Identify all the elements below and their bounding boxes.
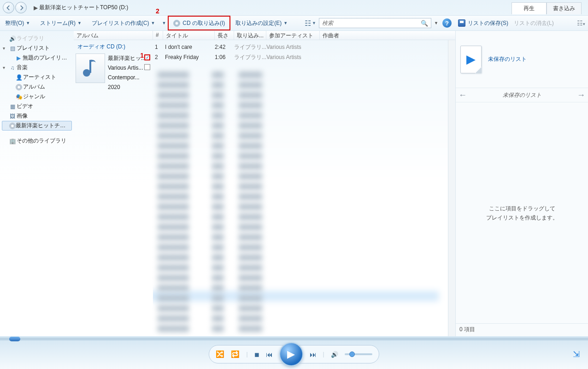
next-list-button[interactable]: → (577, 90, 585, 100)
shuffle-button[interactable]: 🔀 (216, 350, 224, 358)
search-field[interactable] (322, 20, 421, 26)
sidebar-item-genre[interactable]: 🎭ジャンル (2, 92, 72, 101)
help-button[interactable]: ? (442, 18, 452, 28)
playlist-drop-zone[interactable]: ここに項目をドラッグして プレイリストを作成します。 (456, 102, 588, 323)
cd-header: オーディオ CD (D:) (76, 42, 151, 52)
clear-list-button: リストの消去(L) (514, 19, 554, 27)
sidebar-item-video[interactable]: ▦ビデオ (2, 101, 72, 111)
metadata-edit-button[interactable] (144, 64, 150, 70)
play-button[interactable]: ▶ (279, 342, 303, 366)
select-all-checkbox[interactable]: ✓ (144, 54, 150, 60)
playlist-panel: ▶ 未保存のリスト ← 未保存のリスト → ここに項目をドラッグして プレイリス… (455, 31, 588, 336)
unsaved-list-label: 未保存のリスト (488, 55, 527, 63)
col-title[interactable]: タイトル (163, 31, 215, 40)
col-length[interactable]: 長さ (215, 31, 234, 40)
list-options-icon[interactable]: ☷▾ (577, 19, 585, 27)
tab-burn[interactable]: 書き込み (547, 2, 582, 14)
svg-rect-1 (89, 60, 91, 73)
tab-play[interactable]: 再生 (512, 2, 547, 14)
repeat-button[interactable]: 🔁 (231, 350, 240, 358)
annotation-2: 2 (156, 7, 159, 15)
stop-button[interactable]: ◼ (254, 351, 259, 358)
sidebar-item-library[interactable]: 🔊ライブラリ (2, 34, 72, 43)
track-row[interactable]: 1I don't care2:42ライブラリ...Various Artists (153, 42, 455, 52)
sidebar-item-untitled-playlist[interactable]: ▶無題のプレイリスト (2, 53, 72, 63)
col-number[interactable]: # (153, 31, 163, 40)
svg-point-0 (83, 69, 90, 77)
cd-icon (173, 20, 180, 27)
annotation-1: 1 (140, 51, 144, 60)
playlist-split-dropdown[interactable]: ▼ (160, 21, 168, 25)
view-options-icon[interactable]: ☷ (305, 19, 311, 28)
album-art-icon (76, 54, 105, 83)
volume-slider[interactable] (345, 353, 372, 355)
breadcrumb-path: 最新洋楽ヒットチャートTOP50 (D:) (39, 4, 128, 12)
create-playlist-menu[interactable]: プレイリストの作成(C)▼ (87, 16, 160, 30)
sidebar-item-album[interactable]: アルバム (2, 82, 72, 92)
sidebar-item-music[interactable]: ▾♫音楽 (2, 63, 72, 72)
scrollbar[interactable] (448, 40, 455, 336)
sidebar-item-artist[interactable]: 👤アーティスト (2, 72, 72, 82)
next-button[interactable]: ⏭ (310, 351, 317, 358)
col-artist[interactable]: 参加アーティスト (266, 31, 320, 40)
blurred-content: ████████████████████████████████████████… (153, 68, 455, 336)
prev-list-button[interactable]: ← (459, 90, 467, 100)
sidebar-item-picture[interactable]: 🖼画像 (2, 111, 72, 121)
sidebar-item-other-libraries[interactable]: 🏢その他のライブラリ (2, 136, 72, 146)
rip-settings-menu[interactable]: 取り込みの設定(E)▼ (230, 16, 293, 30)
album-metadata: 1 最新洋楽ヒッ... ✓ Various Artis... Contempor… (108, 54, 151, 92)
navigation-tree: 🔊ライブラリ ▾▤プレイリスト ▶無題のプレイリスト ▾♫音楽 👤アーティスト … (0, 31, 74, 336)
playlist-item-count: 0 項目 (456, 323, 588, 336)
playlist-file-icon: ▶ (460, 46, 482, 73)
switch-to-now-playing-button[interactable]: ⇲ (573, 349, 580, 359)
search-icon[interactable]: 🔍 (421, 20, 428, 27)
save-list-button[interactable]: リストの保存(S) (468, 19, 508, 27)
back-button[interactable] (3, 2, 14, 13)
organize-menu[interactable]: 整理(O)▼ (0, 16, 35, 30)
save-icon (458, 19, 465, 27)
album-year[interactable]: 2020 (108, 83, 151, 92)
player-bar: 🔀 🔁 | ◼ ⏮ ▶ ⏭ | 🔊 ⇲ (0, 336, 588, 369)
volume-thumb[interactable] (349, 351, 355, 357)
list-title: 未保存のリスト (467, 91, 577, 99)
forward-button[interactable] (15, 2, 27, 13)
album-genre[interactable]: Contempor... (108, 73, 151, 83)
col-rip-status[interactable]: 取り込み... (234, 31, 266, 40)
previous-button[interactable]: ⏮ (266, 351, 273, 358)
search-input[interactable]: 🔍 ▼ (319, 18, 431, 28)
sidebar-item-playlist[interactable]: ▾▤プレイリスト (2, 43, 72, 53)
track-row[interactable]: 2Freaky Friday1:06ライブラリ...Various Artist… (153, 52, 455, 62)
breadcrumb[interactable]: ▶ 最新洋楽ヒットチャートTOP50 (D:) (32, 4, 512, 12)
mute-button[interactable]: 🔊 (331, 351, 338, 358)
col-composer[interactable]: 作曲者 (320, 31, 455, 40)
column-headers: アルバム # タイトル 長さ 取り込み... 参加アーティスト 作曲者 (74, 31, 455, 40)
rip-cd-button[interactable]: CD の取り込み(I) (168, 16, 230, 30)
stream-menu[interactable]: ストリーム(R)▼ (35, 16, 87, 30)
sidebar-item-cd-drive[interactable]: 最新洋楽ヒットチャートT (2, 121, 72, 131)
col-album[interactable]: アルバム (74, 31, 153, 40)
